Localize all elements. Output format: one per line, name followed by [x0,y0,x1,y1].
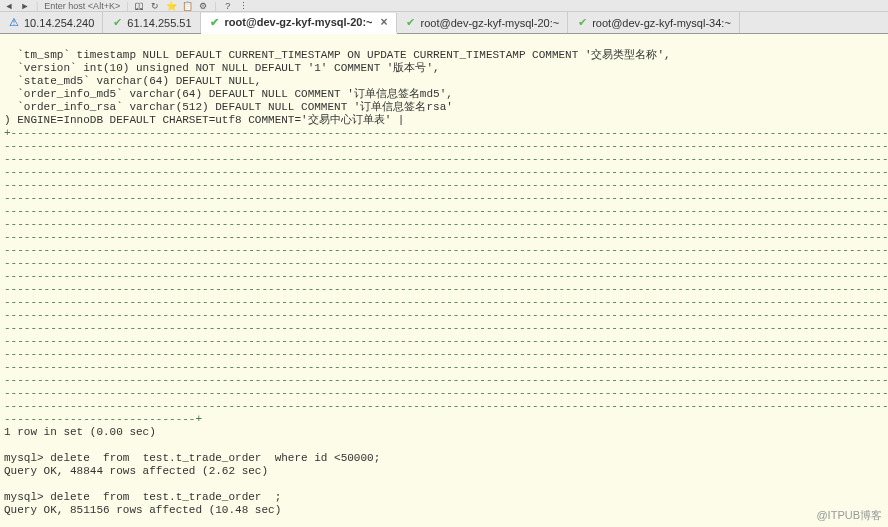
table-border: ----------------------------------------… [4,244,888,256]
table-border: ----------------------------------------… [4,309,888,321]
watermark: @ITPUB博客 [816,508,882,523]
rows-in-set: 1 row in set (0.00 sec) [4,426,156,438]
table-border: ----------------------------------------… [4,296,888,308]
table-border: ----------------------------------------… [4,205,888,217]
table-border: -----------------------------+ [4,413,202,425]
table-border: ----------------------------------------… [4,153,888,165]
close-icon[interactable]: × [381,15,388,29]
tool-icon-5[interactable]: ⚙ [198,1,208,11]
result-2: Query OK, 851156 rows affected (10.48 se… [4,504,281,516]
tab-4[interactable]: ✔ root@dev-gz-kyf-mysql-34:~ [568,12,740,33]
table-border: ----------------------------------------… [4,322,888,334]
terminal-output[interactable]: `tm_smp` timestamp NULL DEFAULT CURRENT_… [0,34,888,527]
tab-label: root@dev-gz-kyf-mysql-20:~ [225,16,373,28]
ddl-line: ) ENGINE=InnoDB DEFAULT CHARSET=utf8 COM… [4,114,404,126]
warning-icon: ⚠ [8,17,20,29]
table-border: ----------------------------------------… [4,348,888,360]
check-icon: ✔ [576,17,588,29]
tab-0[interactable]: ⚠ 10.14.254.240 [0,12,103,33]
separator: | [36,1,38,11]
result-1: Query OK, 48844 rows affected (2.62 sec) [4,465,268,477]
table-border: ----------------------------------------… [4,270,888,282]
table-border: ----------------------------------------… [4,218,888,230]
tab-2[interactable]: ✔ root@dev-gz-kyf-mysql-20:~ × [201,13,397,34]
sql-line-2: mysql> delete from test.t_trade_order ; [4,491,281,503]
table-border: ----------------------------------------… [4,257,888,269]
ddl-line: `order_info_md5` varchar(64) DEFAULT NUL… [4,88,453,100]
table-border: ----------------------------------------… [4,374,888,386]
ddl-line: `version` int(10) unsigned NOT NULL DEFA… [4,62,440,74]
tab-label: root@dev-gz-kyf-mysql-20:~ [421,17,560,29]
table-border: ----------------------------------------… [4,140,888,152]
ddl-line: `tm_smp` timestamp NULL DEFAULT CURRENT_… [4,49,671,61]
table-border: ----------------------------------------… [4,335,888,347]
table-border: ----------------------------------------… [4,387,888,399]
tab-bar: ⚠ 10.14.254.240 ✔ 61.14.255.51 ✔ root@de… [0,12,888,34]
nav-fwd-icon[interactable]: ► [20,1,30,11]
tab-label: 10.14.254.240 [24,17,94,29]
tab-label: 61.14.255.51 [127,17,191,29]
tool-icon-3[interactable]: ⭐ [166,1,176,11]
separator: | [214,1,216,11]
tool-icon-2[interactable]: ↻ [150,1,160,11]
tab-3[interactable]: ✔ root@dev-gz-kyf-mysql-20:~ [397,12,569,33]
nav-back-icon[interactable]: ◄ [4,1,14,11]
table-border: ----------------------------------------… [4,283,888,295]
table-border: ----------------------------------------… [4,400,888,412]
table-border: ----------------------------------------… [4,179,888,191]
table-border: ----------------------------------------… [4,231,888,243]
table-border: +---------------------------------------… [4,127,888,139]
tool-icon-1[interactable]: 🕮 [134,1,144,11]
table-border: ----------------------------------------… [4,166,888,178]
separator: | [126,1,128,11]
toolbar-top: ◄ ► | Enter host <Alt+K> | 🕮 ↻ ⭐ 📋 ⚙ | ?… [0,0,888,12]
tab-1[interactable]: ✔ 61.14.255.51 [103,12,200,33]
tool-icon-4[interactable]: 📋 [182,1,192,11]
tab-label: root@dev-gz-kyf-mysql-34:~ [592,17,731,29]
check-icon: ✔ [111,17,123,29]
ddl-line: `order_info_rsa` varchar(512) DEFAULT NU… [4,101,453,113]
table-border: ----------------------------------------… [4,192,888,204]
check-icon: ✔ [405,17,417,29]
help-icon[interactable]: ? [223,1,233,11]
table-border: ----------------------------------------… [4,361,888,373]
more-icon[interactable]: ⋮ [239,1,249,11]
ddl-line: `state_md5` varchar(64) DEFAULT NULL, [4,75,261,87]
check-icon: ✔ [209,16,221,28]
sql-line-1: mysql> delete from test.t_trade_order wh… [4,452,380,464]
host-input[interactable]: Enter host <Alt+K> [44,1,120,11]
